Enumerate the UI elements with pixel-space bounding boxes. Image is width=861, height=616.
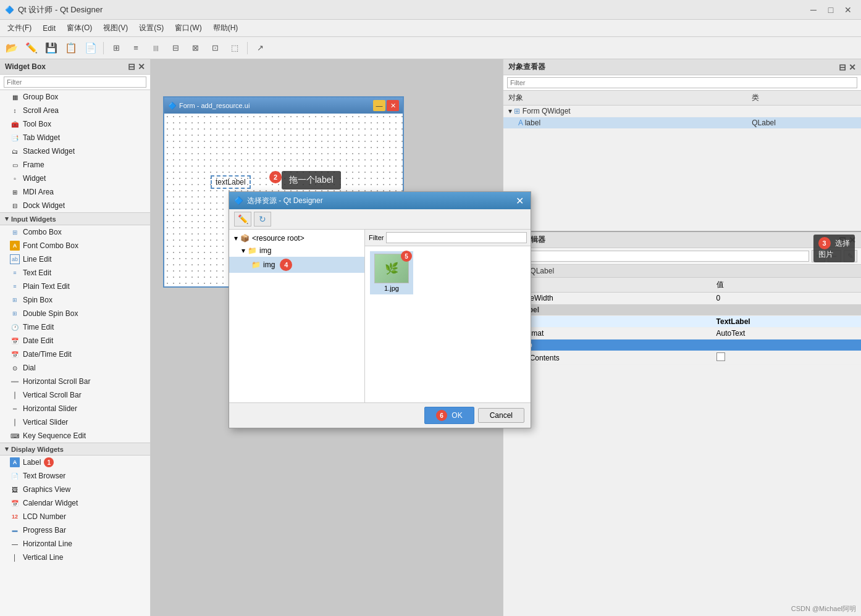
tree-img-expand-icon: ▾ — [242, 246, 245, 255]
file-item-1jpg[interactable]: 🌿 5 1.jpg — [370, 251, 413, 294]
dialog-tree-img-folder[interactable]: ▾ 📁 img — [229, 244, 364, 257]
file-name: 1.jpg — [384, 285, 399, 292]
select-resource-dialog[interactable]: 🔷 选择资源 - Qt Designer ✕ ✏️ ↻ ▾ 📦 <resourc… — [229, 191, 531, 428]
step4-badge: 4 — [280, 259, 292, 271]
cancel-label: Cancel — [490, 411, 513, 420]
tree-img-label: img — [259, 246, 271, 255]
step5-badge: 5 — [401, 251, 412, 262]
dialog-tree-img-selected[interactable]: 📁 img 4 — [229, 257, 364, 273]
tree-expand-icon: ▾ — [234, 234, 238, 243]
dialog-refresh-btn[interactable]: ↻ — [254, 212, 271, 227]
dialog-file-panel: Filter 🌿 5 1.jpg — [365, 230, 531, 402]
ok-badge: 6 — [436, 410, 447, 421]
dialog-edit-btn[interactable]: ✏️ — [234, 212, 251, 227]
dialog-overlay: 🔷 选择资源 - Qt Designer ✕ ✏️ ↻ ▾ 📦 <resourc… — [0, 0, 861, 616]
tree-img-sub-icon: 📁 — [251, 260, 261, 269]
dialog-close-btn[interactable]: ✕ — [513, 194, 526, 207]
tree-resource-icon: 📦 — [240, 234, 250, 243]
tree-img-sub-label: img — [263, 260, 275, 269]
dialog-file-list: 🌿 5 1.jpg — [365, 246, 531, 402]
dialog-toolbar: ✏️ ↻ — [229, 209, 531, 230]
dialog-tree-root[interactable]: ▾ 📦 <resource root> — [229, 232, 364, 244]
dialog-title: 🔷 选择资源 - Qt Designer — [234, 196, 323, 206]
file-thumb: 🌿 5 — [374, 254, 409, 283]
filter-label: Filter — [369, 234, 384, 241]
dialog-footer: 6 OK Cancel — [229, 402, 531, 428]
tree-folder-icon: 📁 — [248, 246, 257, 255]
dialog-body: ▾ 📦 <resource root> ▾ 📁 img 📁 img 4 — [229, 230, 531, 402]
watermark-text: CSDN @Michael阿明 — [791, 605, 856, 612]
step3-badge: 3 — [818, 237, 831, 249]
dialog-filter-input[interactable] — [386, 232, 527, 243]
dialog-titlebar: 🔷 选择资源 - Qt Designer ✕ — [229, 192, 531, 209]
watermark: CSDN @Michael阿明 — [791, 604, 856, 614]
dialog-ok-btn[interactable]: 6 OK — [424, 407, 474, 424]
step3-annotation: 3 选择图片 — [813, 235, 855, 262]
step2-badge: 2 — [269, 171, 282, 183]
dialog-title-text: 选择资源 - Qt Designer — [247, 196, 323, 206]
dialog-qt-icon: 🔷 — [234, 196, 243, 205]
dialog-tree: ▾ 📦 <resource root> ▾ 📁 img 📁 img 4 — [229, 230, 365, 402]
dialog-cancel-btn[interactable]: Cancel — [478, 408, 524, 423]
dialog-filter-bar: Filter — [365, 230, 531, 246]
ok-label: OK — [452, 411, 462, 420]
step2-annotation: 2 — [269, 171, 282, 183]
tree-root-label: <resource root> — [252, 234, 304, 243]
